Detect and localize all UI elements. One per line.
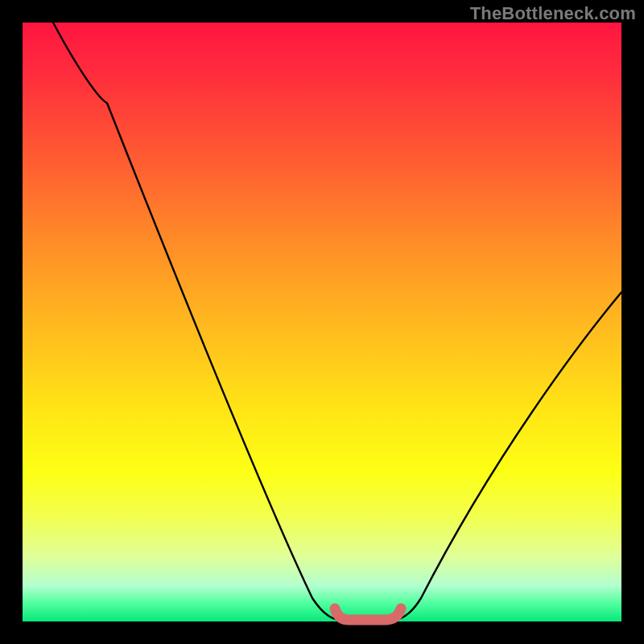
watermark-text: TheBottleneck.com (470, 3, 636, 24)
bottleneck-curve-left (53, 23, 341, 620)
bottleneck-curve-right (393, 292, 621, 620)
chart-svg (23, 23, 621, 621)
bottom-highlight-marker (335, 609, 401, 620)
plot-area (23, 23, 621, 621)
chart-frame: TheBottleneck.com (0, 0, 644, 644)
